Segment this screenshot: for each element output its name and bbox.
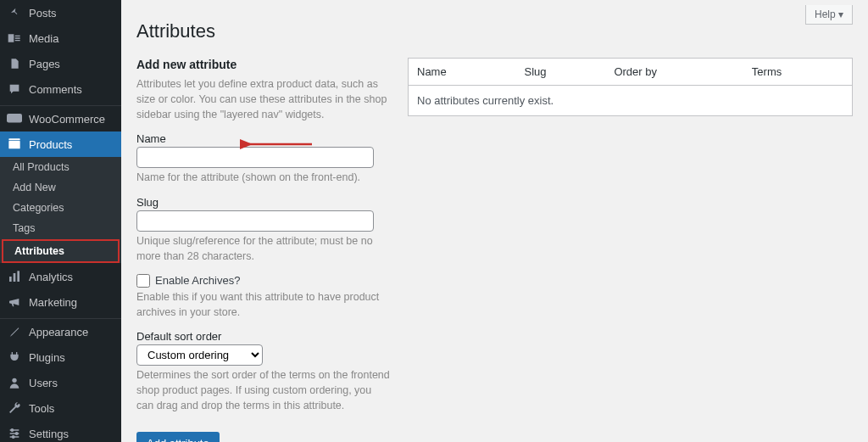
submenu-categories[interactable]: Categories xyxy=(0,198,121,218)
label: All Products xyxy=(13,161,70,173)
sidebar-item-posts[interactable]: Posts xyxy=(0,0,121,25)
analytics-icon xyxy=(7,269,22,284)
add-attribute-button[interactable]: Add attribute xyxy=(136,432,220,442)
page-title: Attributes xyxy=(136,20,853,42)
svg-point-7 xyxy=(12,378,16,383)
svg-rect-5 xyxy=(14,273,16,282)
woo-icon xyxy=(7,111,22,126)
col-orderby[interactable]: Order by xyxy=(605,59,743,86)
col-terms[interactable]: Terms xyxy=(743,59,853,86)
label: Pages xyxy=(29,58,60,70)
col-name[interactable]: Name xyxy=(409,59,516,86)
sidebar-item-users[interactable]: Users xyxy=(0,370,121,395)
label: Comments xyxy=(29,83,82,96)
label: Categories xyxy=(13,202,64,214)
label: Appearance xyxy=(29,326,88,338)
pin-icon xyxy=(7,5,22,20)
svg-point-9 xyxy=(15,433,18,435)
label: Plugins xyxy=(29,351,65,364)
label: Settings xyxy=(29,428,69,440)
sidebar-item-tools[interactable]: Tools xyxy=(0,395,121,421)
sidebar-item-pages[interactable]: Pages xyxy=(0,51,121,76)
label: Tools xyxy=(29,402,54,415)
name-input[interactable] xyxy=(136,147,374,168)
slug-help: Unique slug/reference for the attribute;… xyxy=(136,233,391,264)
form-heading: Add new attribute xyxy=(136,58,391,71)
empty-message: No attributes currently exist. xyxy=(409,86,853,116)
sliders-icon xyxy=(7,426,22,441)
label: Marketing xyxy=(29,296,77,309)
enable-archives-checkbox[interactable] xyxy=(136,274,150,288)
submenu-tags[interactable]: Tags xyxy=(0,218,121,238)
sort-order-select[interactable]: Custom ordering xyxy=(136,344,263,366)
label: Help ▾ xyxy=(815,8,843,20)
svg-rect-3 xyxy=(8,138,19,140)
sidebar-item-woocommerce[interactable]: WooCommerce xyxy=(0,106,121,131)
sidebar-item-appearance[interactable]: Appearance xyxy=(0,319,121,344)
label: Media xyxy=(29,32,58,45)
label: Attributes xyxy=(14,245,64,257)
label: Analytics xyxy=(29,271,73,283)
products-submenu: All Products Add New Categories Tags Att… xyxy=(0,157,121,263)
archives-help: Enable this if you want this attribute t… xyxy=(136,289,391,320)
plug-icon xyxy=(7,350,22,365)
svg-rect-1 xyxy=(7,114,22,123)
sort-label: Default sort order xyxy=(136,330,391,343)
sidebar-item-settings[interactable]: Settings xyxy=(0,421,121,442)
table-row-empty: No attributes currently exist. xyxy=(409,86,853,116)
slug-input[interactable] xyxy=(136,210,374,232)
label: Products xyxy=(29,138,72,151)
help-tab[interactable]: Help ▾ xyxy=(805,5,853,25)
sidebar-item-plugins[interactable]: Plugins xyxy=(0,344,121,370)
sidebar-item-marketing[interactable]: Marketing xyxy=(0,289,121,315)
page-icon xyxy=(7,56,22,71)
attributes-table-wrap: Name Slug Order by Terms No attributes c… xyxy=(408,58,853,442)
label: Posts xyxy=(29,7,57,20)
user-icon xyxy=(7,375,22,390)
svg-point-8 xyxy=(11,429,14,432)
sort-help: Determines the sort order of the terms o… xyxy=(136,367,391,413)
svg-rect-2 xyxy=(8,141,19,148)
name-label: Name xyxy=(136,132,391,145)
attributes-table: Name Slug Order by Terms No attributes c… xyxy=(408,58,853,116)
megaphone-icon xyxy=(7,294,22,310)
media-icon xyxy=(7,31,22,46)
sidebar-item-analytics[interactable]: Analytics xyxy=(0,264,121,289)
label: Users xyxy=(29,377,58,389)
comment-icon xyxy=(7,81,22,97)
slug-label: Slug xyxy=(136,196,391,209)
sidebar-item-products[interactable]: Products xyxy=(0,131,121,157)
brush-icon xyxy=(7,324,22,339)
sidebar-item-comments[interactable]: Comments xyxy=(0,76,121,102)
name-help: Name for the attribute (shown on the fro… xyxy=(136,170,391,185)
wrench-icon xyxy=(7,400,22,416)
products-icon xyxy=(7,137,22,152)
svg-point-10 xyxy=(12,436,14,439)
sidebar-item-media[interactable]: Media xyxy=(0,25,121,51)
admin-sidebar: Posts Media Pages Comments WooCommerce P… xyxy=(0,0,121,442)
content-area: Help ▾ Attributes Add new attribute Attr… xyxy=(121,0,868,442)
submenu-add-new[interactable]: Add New xyxy=(0,177,121,198)
svg-rect-6 xyxy=(17,271,19,282)
add-attribute-form: Add new attribute Attributes let you def… xyxy=(136,58,391,442)
col-slug[interactable]: Slug xyxy=(516,59,606,86)
submenu-all-products[interactable]: All Products xyxy=(0,157,121,177)
svg-rect-4 xyxy=(9,277,12,282)
label: Add New xyxy=(13,182,56,193)
table-header-row: Name Slug Order by Terms xyxy=(409,59,853,86)
enable-archives-label: Enable Archives? xyxy=(155,274,240,287)
label: Tags xyxy=(13,222,35,234)
label: WooCommerce xyxy=(29,113,105,126)
form-intro: Attributes let you define extra product … xyxy=(136,76,391,122)
submenu-attributes[interactable]: Attributes xyxy=(2,239,120,263)
